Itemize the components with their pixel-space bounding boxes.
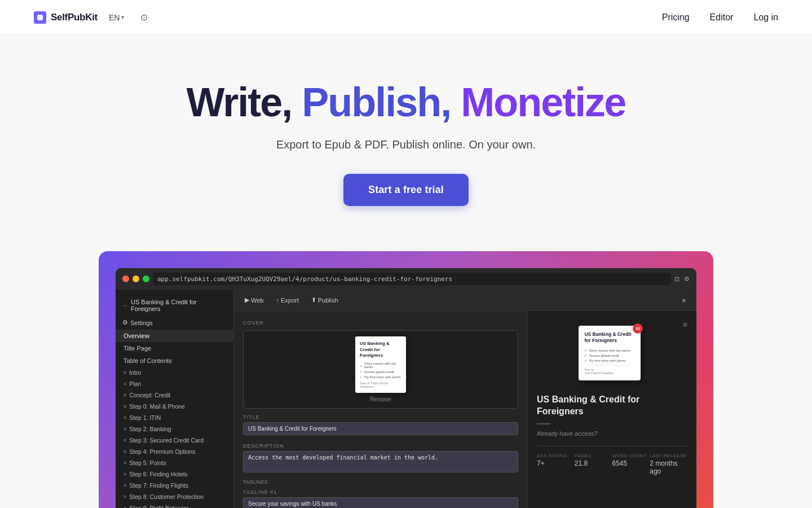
preview-menu-icon[interactable]: ≡ — [683, 320, 687, 329]
tagline-input[interactable] — [243, 497, 518, 508]
sidebar-back-header[interactable]: ← US Banking & Credit for Foreigners — [116, 295, 233, 316]
description-textarea[interactable]: Access the most developed financial mark… — [243, 451, 518, 472]
stat-value-pages: 21.8 — [575, 459, 612, 467]
preview-book-title: US Banking & Credit for Foreigners — [537, 394, 687, 418]
description-section-label: DESCRIPTION — [243, 443, 518, 449]
stat-value-release: 2 months ago — [650, 459, 687, 475]
checkmark-icon: ✓ — [360, 370, 363, 374]
preview-stat-ags-rating: AGS RATING 7+ — [537, 453, 575, 475]
sidebar-item-plan[interactable]: ≡ Plan — [116, 378, 233, 389]
sidebar-item-step6[interactable]: ≡ Step 6: Finding Hotels — [116, 468, 233, 480]
preview-stats-row: AGS RATING 7+ PAGES 21.8 WORD COUNT 6545 — [537, 446, 687, 475]
publish-icon: ⬆ — [311, 296, 316, 304]
hero-title-publish: Publish, — [302, 80, 461, 125]
preview-divider — [537, 423, 550, 424]
checkmark-icon: ✓ — [584, 358, 587, 362]
checkmark-icon: ✓ — [360, 375, 363, 379]
preview-access-text: Already have access? — [537, 430, 687, 437]
preview-cover-item-2: ✓ Access global credit — [584, 353, 635, 357]
cover-section-label: COVER — [243, 320, 518, 326]
stat-value-ags: 7+ — [537, 459, 575, 467]
sidebar-item-step5[interactable]: ≡ Step 5: Points — [116, 457, 233, 468]
title-input[interactable] — [243, 422, 518, 435]
sidebar-item-step9[interactable]: ≡ Step 9: Right Behavior — [116, 502, 233, 508]
sidebar-item-step8[interactable]: ≡ Step 8: Customer Protection — [116, 491, 233, 502]
sidebar-item-intro[interactable]: ≡ Intro — [116, 367, 233, 378]
stat-label-words: WORD COUNT — [612, 453, 650, 458]
logo-text: SelfPubKit — [51, 12, 98, 23]
editor-pane: COVER US Banking & Credit for Foreigners… — [234, 311, 527, 508]
chapter-bullet-icon: ≡ — [123, 415, 126, 421]
toolbar-menu-button[interactable]: ≡ — [678, 295, 690, 305]
toolbar-publish-button[interactable]: ⬆ Publish — [307, 295, 342, 305]
book-cover-footer: Part of Third World Freedom — [360, 382, 401, 388]
cta-start-trial-button[interactable]: Start a free trial — [343, 174, 469, 206]
sidebar-item-titlepage[interactable]: Title Page — [116, 342, 233, 354]
hero-title-write: Write, — [187, 80, 302, 125]
sidebar-settings-item[interactable]: ⚙ Settings — [116, 316, 233, 330]
sidebar-item-step3[interactable]: ≡ Step 3: Secured Credit Card — [116, 435, 233, 446]
browser-settings-icon: ⚙ — [684, 275, 690, 283]
export-icon: ↑ — [276, 297, 279, 304]
back-arrow-icon: ← — [122, 302, 129, 309]
sidebar-item-step4[interactable]: ≡ Step 4: Premium Options — [116, 446, 233, 457]
lang-label: EN — [109, 13, 120, 22]
stat-label-pages: PAGES — [575, 453, 612, 458]
app-main: ▶ Web ↑ Export ⬆ Publish — [234, 290, 696, 508]
language-selector[interactable]: EN ▾ — [105, 11, 127, 24]
browser-titlebar: app.selfpubkit.com/QH3TuXug2UQV29ael/4/p… — [116, 268, 696, 290]
hero-section: Write, Publish, Monetize Export to Epub … — [0, 35, 812, 240]
sidebar-item-concept-credit[interactable]: ≡ Concept: Credit — [116, 389, 233, 401]
chapter-bullet-icon: ≡ — [123, 404, 126, 409]
sidebar-item-step2[interactable]: ≡ Step 2: Banking — [116, 423, 233, 435]
checkmark-icon: ✓ — [360, 364, 363, 367]
book-cover-mini-item-3: ✓ Fly first-class with points — [360, 375, 401, 379]
book-cover-mini-item-2: ✓ Access global credit — [360, 370, 401, 374]
preview-pane: ≡ $$ US Banking & Credit for Foreigners … — [527, 311, 696, 508]
chapter-bullet-icon: ≡ — [123, 505, 126, 508]
remove-cover-button[interactable]: Remove — [370, 396, 391, 402]
svg-rect-0 — [37, 15, 43, 20]
web-icon: ▶ — [245, 296, 249, 304]
preview-cover-badge: $$ — [633, 323, 643, 334]
browser-chrome: app.selfpubkit.com/QH3TuXug2UQV29ael/4/p… — [116, 268, 696, 508]
header-left: SelfPubKit EN ▾ ⊙ — [34, 9, 152, 26]
sidebar-item-step7[interactable]: ≡ Step 7: Finding Flights — [116, 480, 233, 491]
sidebar-item-step1[interactable]: ≡ Step 1: ITIN — [116, 412, 233, 423]
header: SelfPubKit EN ▾ ⊙ Pricing Editor Log in — [0, 0, 812, 35]
sidebar-item-overview[interactable]: Overview — [116, 330, 233, 342]
chapter-bullet-icon: ≡ — [123, 437, 126, 443]
sidebar-book-title: US Banking & Credit for Foreigners — [131, 299, 227, 312]
chapter-bullet-icon: ≡ — [123, 381, 126, 387]
browser-share-icon: ⊡ — [674, 275, 679, 283]
cover-image-area: US Banking & Credit for Foreigners ✓ Sto… — [243, 330, 518, 409]
hero-title: Write, Publish, Monetize — [187, 80, 626, 125]
toolbar-export-button[interactable]: ↑ Export — [272, 295, 302, 305]
book-cover-mini-item-1: ✓ Store money with top banks — [360, 362, 401, 369]
browser-url-bar[interactable]: app.selfpubkit.com/QH3TuXug2UQV29ael/4/p… — [153, 273, 671, 285]
chapter-bullet-icon: ≡ — [123, 460, 126, 466]
sidebar-item-toc[interactable]: Table of Contents — [116, 354, 233, 367]
browser-close-dot — [122, 275, 129, 282]
taglines-label: TAGLINES — [243, 479, 268, 485]
tagline-number-label: TAGLINE #1 — [243, 489, 518, 495]
logo[interactable]: SelfPubKit — [34, 11, 98, 24]
chapter-bullet-icon: ≡ — [123, 494, 126, 500]
browser-minimize-dot — [133, 275, 139, 282]
preview-stat-pages: PAGES 21.8 — [575, 453, 612, 475]
login-link[interactable]: Log in — [753, 12, 778, 23]
checkmark-icon: ✓ — [584, 353, 587, 357]
chevron-down-icon: ▾ — [121, 14, 124, 20]
theme-toggle-button[interactable]: ⊙ — [135, 9, 152, 26]
stat-label-release: LAST RELEASE — [650, 453, 687, 458]
toolbar-web-button[interactable]: ▶ Web — [241, 295, 267, 305]
sidebar-item-step0[interactable]: ≡ Step 0: Mail & Phone — [116, 401, 233, 412]
pricing-link[interactable]: Pricing — [662, 12, 690, 23]
preview-book-cover: $$ US Banking & Credit for Foreigners ✓ … — [579, 326, 641, 380]
preview-cover-footer: Part of Third World Freedom — [584, 365, 635, 375]
preview-stat-last-release: LAST RELEASE 2 months ago — [650, 453, 687, 475]
editor-link[interactable]: Editor — [710, 12, 734, 23]
chapter-bullet-icon: ≡ — [123, 471, 126, 477]
chapter-bullet-icon: ≡ — [123, 449, 126, 454]
chapter-bullet-icon: ≡ — [123, 426, 126, 432]
